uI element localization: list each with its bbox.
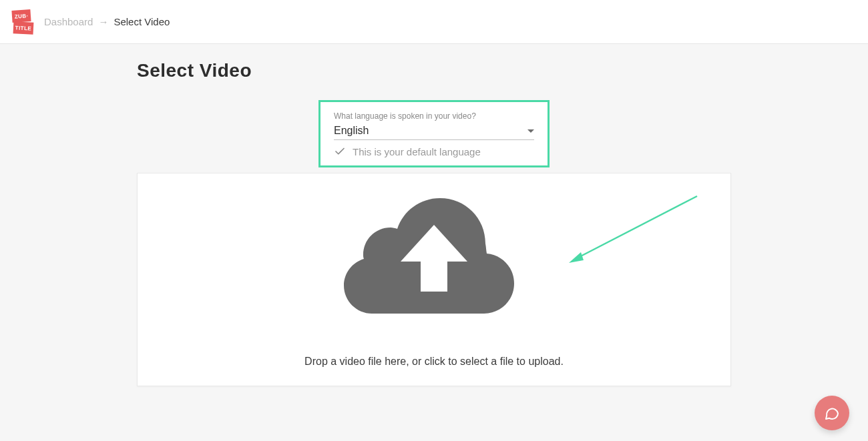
header: ZUB· TITLE Dashboard → Select Video	[0, 0, 868, 44]
language-hint-text: This is your default language	[353, 146, 481, 157]
page-title: Select Video	[137, 60, 731, 81]
breadcrumb-separator: →	[98, 16, 108, 27]
language-box: What language is spoken in your video? E…	[318, 100, 550, 167]
language-hint-row: This is your default language	[334, 145, 534, 157]
language-select[interactable]: English	[334, 125, 534, 140]
logo-bottom-text: TITLE	[13, 21, 34, 35]
cloud-upload-icon	[344, 191, 524, 318]
breadcrumb-current: Select Video	[114, 16, 170, 27]
check-icon	[334, 145, 346, 157]
chat-icon	[824, 405, 840, 421]
language-label: What language is spoken in your video?	[334, 111, 534, 121]
breadcrumb: Dashboard → Select Video	[44, 16, 170, 27]
breadcrumb-dashboard-link[interactable]: Dashboard	[44, 16, 93, 27]
dropzone-text: Drop a video file here, or click to sele…	[304, 356, 564, 368]
upload-dropzone[interactable]: Drop a video file here, or click to sele…	[137, 173, 731, 386]
logo[interactable]: ZUB· TITLE	[12, 10, 33, 34]
language-value: English	[334, 125, 369, 137]
logo-top-text: ZUB·	[11, 9, 31, 23]
chevron-down-icon	[527, 129, 534, 133]
page-content: Select Video What language is spoken in …	[124, 44, 744, 386]
svg-marker-1	[569, 252, 584, 263]
annotation-arrow-icon	[564, 193, 704, 267]
help-fab-button[interactable]	[815, 396, 849, 430]
svg-line-0	[576, 196, 697, 259]
language-box-wrapper: What language is spoken in your video? E…	[137, 100, 731, 167]
